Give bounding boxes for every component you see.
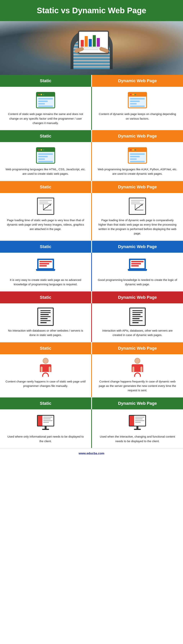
section-header-1: Static Dynamic Web Page bbox=[0, 75, 183, 87]
static-text-5: No interaction with databases or other w… bbox=[5, 328, 86, 337]
static-icon-4 bbox=[36, 257, 55, 274]
compare-row-2: Static Dynamic Web Page Web programming … bbox=[0, 130, 183, 181]
static-header-7: Static bbox=[0, 398, 91, 409]
dynamic-text-1: Content of dynamic web page keeps on cha… bbox=[97, 112, 178, 121]
dynamic-cell-3: Page loading time of dynamic web page is… bbox=[92, 193, 183, 240]
dynamic-header-4: Dynamic Web Page bbox=[92, 241, 183, 253]
compare-content-1: Content of static web page remains the s… bbox=[0, 87, 183, 130]
dynamic-header-3: Dynamic Web Page bbox=[92, 181, 183, 193]
compare-row-4: Static Dynamic Web Page It is very easy … bbox=[0, 241, 183, 292]
compare-row-5: Static Dynamic Web Page No interaction w… bbox=[0, 292, 183, 342]
static-header-3: Static bbox=[0, 181, 91, 193]
dynamic-cell-2: Web programming languages like AJAX, Pyt… bbox=[92, 142, 183, 181]
static-cell-1: Content of static web page remains the s… bbox=[0, 87, 91, 130]
section-header-2: Static Dynamic Web Page bbox=[0, 130, 183, 142]
static-header-5: Static bbox=[0, 292, 91, 304]
dynamic-icon-1 bbox=[128, 92, 147, 109]
compare-row-6: Static Dynamic Web Page Content change r… bbox=[0, 342, 183, 398]
dynamic-cell-1: Content of dynamic web page keeps on cha… bbox=[92, 87, 183, 130]
static-text-3: Page loading time of static web page is … bbox=[5, 218, 86, 231]
static-text-4: It is very easy to create static web pag… bbox=[5, 278, 86, 287]
static-header-6: Static bbox=[0, 342, 91, 354]
static-cell-7: Used where only informational part needs… bbox=[0, 409, 91, 448]
section-header-6: Static Dynamic Web Page bbox=[0, 342, 183, 354]
rows-container: Static Dynamic Web Page Content of stati… bbox=[0, 75, 183, 448]
dynamic-icon-7 bbox=[128, 414, 147, 431]
static-cell-4: It is very easy to create static web pag… bbox=[0, 253, 91, 291]
static-text-7: Used where only informational part needs… bbox=[5, 434, 86, 443]
static-cell-3: Page loading time of static web page is … bbox=[0, 193, 91, 240]
dynamic-cell-7: Used when the interactive, changing and … bbox=[92, 409, 183, 448]
page-title: Static vs Dynamic Web Page bbox=[8, 6, 175, 15]
static-icon-5 bbox=[36, 308, 55, 325]
section-header-7: Static Dynamic Web Page bbox=[0, 398, 183, 409]
compare-content-6: Content change rarely happens in case of… bbox=[0, 354, 183, 397]
compare-content-7: Used where only informational part needs… bbox=[0, 409, 183, 448]
dynamic-text-6: Content change happens frequently in cas… bbox=[97, 379, 178, 393]
static-text-1: Content of static web page remains the s… bbox=[5, 112, 86, 125]
static-header-2: Static bbox=[0, 130, 91, 142]
footer: www.educba.com bbox=[0, 448, 183, 458]
dynamic-text-4: Good programming knowledge is needed to … bbox=[97, 278, 178, 287]
static-cell-6: Content change rarely happens in case of… bbox=[0, 354, 91, 397]
dynamic-header-7: Dynamic Web Page bbox=[92, 398, 183, 409]
static-header-1: Static bbox=[0, 75, 91, 87]
static-text-6: Content change rarely happens in case of… bbox=[5, 379, 86, 388]
dynamic-text-3: Page loading time of dynamic web page is… bbox=[97, 218, 178, 236]
footer-url: www.educba.com bbox=[79, 452, 104, 455]
dynamic-icon-3 bbox=[128, 198, 147, 215]
static-header-4: Static bbox=[0, 241, 91, 253]
dynamic-icon-6 bbox=[128, 359, 147, 376]
static-cell-2: Web programming languages like HTML, CSS… bbox=[0, 142, 91, 181]
dynamic-cell-4: Good programming knowledge is needed to … bbox=[92, 253, 183, 291]
dynamic-header-5: Dynamic Web Page bbox=[92, 292, 183, 304]
dynamic-cell-6: Content change happens frequently in cas… bbox=[92, 354, 183, 397]
static-icon-3 bbox=[36, 198, 55, 215]
static-text-2: Web programming languages like HTML, CSS… bbox=[5, 167, 86, 176]
static-icon-6 bbox=[36, 359, 55, 376]
section-header-3: Static Dynamic Web Page bbox=[0, 181, 183, 193]
dynamic-header-2: Dynamic Web Page bbox=[92, 130, 183, 142]
page-header: Static vs Dynamic Web Page bbox=[0, 0, 183, 21]
dynamic-icon-4 bbox=[128, 257, 147, 274]
static-cell-5: No interaction with databases or other w… bbox=[0, 304, 91, 342]
hero-image-inner bbox=[0, 21, 183, 75]
section-header-5: Static Dynamic Web Page bbox=[0, 292, 183, 304]
static-icon-2 bbox=[36, 147, 55, 164]
dynamic-header-6: Dynamic Web Page bbox=[92, 342, 183, 354]
compare-content-2: Web programming languages like HTML, CSS… bbox=[0, 142, 183, 181]
compare-row-1: Static Dynamic Web Page Content of stati… bbox=[0, 75, 183, 130]
compare-row-7: Static Dynamic Web Page Used where only … bbox=[0, 398, 183, 448]
hero-image bbox=[0, 21, 183, 75]
compare-row-3: Static Dynamic Web Page Page loading tim… bbox=[0, 181, 183, 241]
static-icon-7 bbox=[36, 414, 55, 431]
dynamic-header-1: Dynamic Web Page bbox=[92, 75, 183, 87]
dynamic-text-2: Web programming languages like AJAX, Pyt… bbox=[97, 167, 178, 176]
dynamic-text-7: Used when the interactive, changing and … bbox=[97, 434, 178, 443]
dynamic-text-5: Interaction with APIs, databases, other … bbox=[97, 328, 178, 337]
dynamic-cell-5: Interaction with APIs, databases, other … bbox=[92, 304, 183, 342]
compare-content-5: No interaction with databases or other w… bbox=[0, 304, 183, 342]
static-icon-1 bbox=[36, 92, 55, 109]
dynamic-icon-2 bbox=[128, 147, 147, 164]
dynamic-icon-5 bbox=[128, 308, 147, 325]
compare-content-3: Page loading time of static web page is … bbox=[0, 193, 183, 240]
compare-content-4: It is very easy to create static web pag… bbox=[0, 253, 183, 291]
section-header-4: Static Dynamic Web Page bbox=[0, 241, 183, 253]
